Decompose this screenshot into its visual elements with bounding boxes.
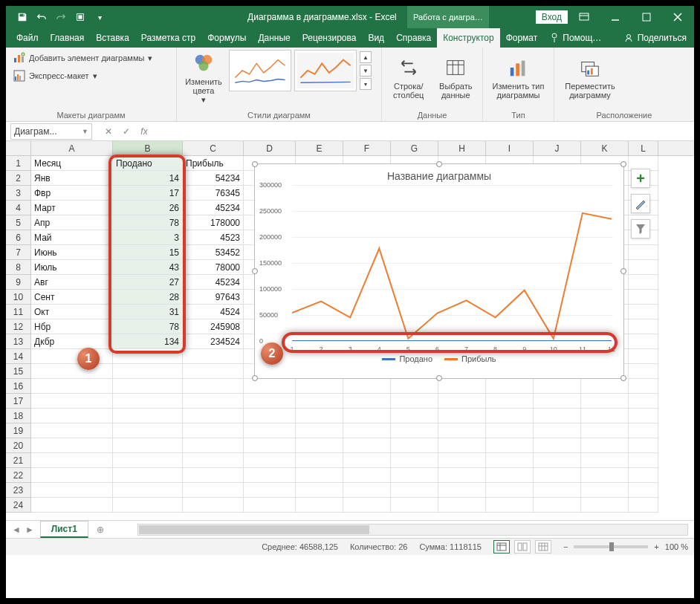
touch-mode-icon[interactable]: [71, 8, 89, 26]
cell[interactable]: [343, 423, 391, 438]
cell[interactable]: [244, 468, 296, 483]
tab-layout[interactable]: Разметка стр: [135, 28, 201, 48]
cell[interactable]: [629, 453, 658, 468]
ribbon-display-icon[interactable]: [569, 7, 599, 27]
cell[interactable]: [391, 438, 438, 453]
cell[interactable]: Июнь: [31, 245, 113, 260]
row-header[interactable]: 4: [6, 201, 31, 215]
cell[interactable]: Сент: [31, 290, 113, 305]
cell[interactable]: Месяц: [31, 156, 113, 171]
cell[interactable]: [581, 498, 629, 513]
row-header[interactable]: 7: [6, 245, 31, 260]
row-header[interactable]: 11: [6, 305, 31, 319]
cell[interactable]: 53452: [183, 245, 244, 260]
row-header[interactable]: 21: [6, 453, 31, 468]
cell[interactable]: [486, 438, 534, 453]
cell[interactable]: [581, 468, 629, 483]
cell[interactable]: [438, 438, 486, 453]
sheet-tab[interactable]: Лист1: [40, 521, 88, 538]
qa-dropdown-icon[interactable]: ▾: [91, 8, 108, 26]
cell[interactable]: [296, 423, 343, 438]
col-header[interactable]: I: [486, 141, 534, 155]
cell[interactable]: [244, 394, 296, 409]
cell[interactable]: [183, 468, 244, 483]
cell[interactable]: [296, 394, 343, 409]
cell[interactable]: [438, 453, 486, 468]
cell[interactable]: Прибыль: [183, 156, 244, 171]
cell[interactable]: [244, 483, 296, 498]
view-page-break-icon[interactable]: [535, 540, 551, 553]
cell[interactable]: [534, 453, 581, 468]
cell[interactable]: [486, 379, 534, 394]
tell-me[interactable]: Помощ…: [543, 28, 607, 48]
cell[interactable]: [391, 483, 438, 498]
cell[interactable]: [391, 468, 438, 483]
chart-style-2[interactable]: [294, 50, 357, 91]
chart-style-1[interactable]: [229, 50, 291, 91]
col-header[interactable]: H: [438, 141, 486, 155]
tab-format[interactable]: Формат: [500, 28, 544, 48]
cell[interactable]: 4524: [183, 305, 244, 319]
cell[interactable]: 27: [113, 275, 183, 290]
zoom-level[interactable]: 100 %: [665, 542, 688, 551]
cell[interactable]: 76345: [183, 186, 244, 201]
row-header[interactable]: 12: [6, 319, 31, 334]
chart-plot-area[interactable]: 0500001000001500002000002500003000001234…: [292, 185, 613, 341]
chart-legend[interactable]: Продано Прибыль: [255, 341, 623, 363]
cell[interactable]: 15: [113, 245, 183, 260]
cell[interactable]: [629, 498, 658, 513]
cell[interactable]: [629, 379, 658, 394]
cell[interactable]: [244, 498, 296, 513]
cell[interactable]: [486, 483, 534, 498]
cell[interactable]: 28: [113, 290, 183, 305]
cell[interactable]: [31, 468, 113, 483]
row-header[interactable]: 19: [6, 423, 31, 438]
cell[interactable]: [486, 468, 534, 483]
change-chart-type-button[interactable]: Изменить тип диаграммы: [487, 50, 549, 106]
cell[interactable]: [391, 379, 438, 394]
select-all-button[interactable]: [6, 141, 31, 155]
cell[interactable]: Янв: [31, 171, 113, 186]
cell[interactable]: 78000: [183, 260, 244, 275]
cell[interactable]: [183, 364, 244, 379]
cell[interactable]: [113, 394, 183, 409]
cell[interactable]: [391, 394, 438, 409]
cell[interactable]: [183, 423, 244, 438]
cell[interactable]: Авг: [31, 275, 113, 290]
cell[interactable]: [438, 483, 486, 498]
cell[interactable]: [629, 468, 658, 483]
cell[interactable]: [343, 394, 391, 409]
cell[interactable]: [343, 468, 391, 483]
cell[interactable]: [296, 453, 343, 468]
col-header[interactable]: B: [113, 141, 183, 155]
col-header[interactable]: G: [391, 141, 438, 155]
col-header[interactable]: J: [534, 141, 581, 155]
cell[interactable]: Продано: [113, 156, 183, 171]
cell[interactable]: [343, 483, 391, 498]
cell[interactable]: [244, 453, 296, 468]
cell[interactable]: [343, 379, 391, 394]
col-header[interactable]: D: [244, 141, 296, 155]
cell[interactable]: [438, 423, 486, 438]
horizontal-scrollbar[interactable]: [137, 524, 688, 536]
row-header[interactable]: 2: [6, 171, 31, 186]
cell[interactable]: [629, 364, 658, 379]
cell[interactable]: [113, 423, 183, 438]
zoom-out-icon[interactable]: −: [563, 542, 568, 551]
cell[interactable]: [581, 483, 629, 498]
cell[interactable]: [31, 498, 113, 513]
cell[interactable]: [113, 379, 183, 394]
cell[interactable]: [113, 364, 183, 379]
cell[interactable]: [183, 453, 244, 468]
cell[interactable]: [183, 498, 244, 513]
new-sheet-icon[interactable]: ⊕: [93, 522, 108, 537]
col-header[interactable]: F: [343, 141, 391, 155]
cell[interactable]: [486, 498, 534, 513]
tab-insert[interactable]: Вставка: [90, 28, 135, 48]
cell[interactable]: [534, 379, 581, 394]
cell[interactable]: [113, 468, 183, 483]
cell[interactable]: [629, 275, 658, 290]
cell[interactable]: [183, 438, 244, 453]
cell[interactable]: [31, 364, 113, 379]
cell[interactable]: [438, 409, 486, 423]
